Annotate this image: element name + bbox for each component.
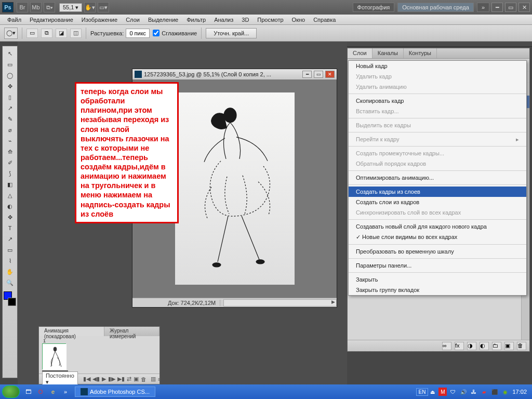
menu-редактирование[interactable]: Редактирование	[25, 16, 77, 24]
tool-15[interactable]: ✥	[4, 212, 16, 222]
bridge-icon[interactable]: Br	[17, 2, 28, 12]
tool-13[interactable]: △	[4, 190, 16, 201]
antialias-checkbox[interactable]	[153, 30, 159, 36]
tool-4[interactable]: ▯	[4, 92, 16, 102]
tool-3[interactable]: ✥	[4, 81, 16, 91]
tool-6[interactable]: ✎	[4, 114, 16, 124]
delete-layer-icon[interactable]: 🗑	[517, 342, 526, 350]
tray-m-icon[interactable]: M	[438, 388, 447, 396]
tool-0[interactable]: ↖	[4, 48, 16, 59]
tray-volume-icon[interactable]: 🔊	[459, 388, 468, 396]
zoom-level[interactable]: 55,1 ▾	[59, 3, 82, 12]
workspace-more-icon[interactable]: »	[477, 3, 489, 12]
menu-item[interactable]: Параметры панели...	[349, 260, 526, 271]
minibridge-icon[interactable]: Mb	[30, 2, 42, 12]
tool-16[interactable]: T	[4, 223, 16, 233]
first-frame-icon[interactable]: ▮◀	[83, 376, 90, 383]
document-titlebar[interactable]: 1257239365_53.jpg @ 55,1% (Слой 0 копия …	[132, 69, 337, 79]
menu-3d[interactable]: 3D	[237, 16, 253, 24]
tool-18[interactable]: ▭	[4, 245, 16, 255]
background-swatch[interactable]	[8, 298, 16, 306]
next-frame-icon[interactable]: ▮▶	[108, 376, 115, 383]
menu-item[interactable]: Скопировать кадр	[349, 96, 526, 106]
tool-2[interactable]: ◯	[4, 70, 16, 81]
start-button[interactable]	[2, 385, 20, 398]
maximize-icon[interactable]: ▭	[505, 3, 516, 12]
active-tool-icon[interactable]: ◯▾	[4, 28, 18, 39]
menu-item[interactable]: Оптимизировать анимацию...	[349, 172, 526, 183]
doc-info[interactable]: Док: 724,2К/2,12М	[164, 300, 220, 306]
ql-chevrons-icon[interactable]: »	[60, 387, 71, 397]
menu-фильтр[interactable]: Фильтр	[182, 16, 210, 24]
color-swatches[interactable]	[4, 291, 16, 306]
tab-channels[interactable]: Каналы	[373, 48, 404, 58]
animation-frame[interactable]: 1 0 сек. ▾	[42, 338, 68, 377]
doc-hscrollbar[interactable]	[223, 299, 337, 307]
layer-fx-icon[interactable]: fx	[455, 342, 464, 350]
menu-item[interactable]: Создать кадры из слоев	[349, 187, 526, 197]
menu-изображение[interactable]: Изображение	[77, 16, 122, 24]
workspace-essentials[interactable]: Основная рабочая среда	[397, 3, 474, 12]
menu-слои[interactable]: Слои	[122, 16, 144, 24]
menu-справка[interactable]: Справка	[309, 16, 340, 24]
tab-layers[interactable]: Слои	[348, 48, 373, 58]
tool-1[interactable]: ▭	[4, 59, 16, 70]
adjustment-layer-icon[interactable]: ◐	[480, 342, 489, 350]
sel-sub-icon[interactable]: ◪	[56, 29, 67, 38]
menu-item[interactable]: Преобразовать во временную шкалу	[349, 246, 526, 257]
refine-edge-button[interactable]: Уточн. край...	[206, 28, 257, 38]
new-frame-icon[interactable]: ▣	[134, 376, 139, 383]
ql-ie-icon[interactable]: e	[48, 387, 58, 397]
tool-10[interactable]: ✐	[4, 157, 16, 168]
panel-menu-icon[interactable]: ≡	[158, 376, 161, 383]
menu-item[interactable]: Закрыть	[349, 274, 526, 285]
hand-icon[interactable]: ✋▾	[84, 2, 96, 12]
tool-7[interactable]: ⌀	[4, 125, 16, 135]
antialias-field[interactable]: Сглаживание	[153, 30, 197, 36]
screenmode-icon[interactable]: ▭▾	[98, 2, 109, 12]
tool-21[interactable]: 🔍	[4, 277, 16, 288]
clock[interactable]: 17:02	[509, 389, 530, 395]
prev-frame-icon[interactable]: ◀▮	[92, 376, 100, 383]
close-icon[interactable]: ✕	[518, 3, 530, 12]
ql-desktop-icon[interactable]: 🗔	[23, 387, 33, 397]
minimize-icon[interactable]: ━	[491, 3, 503, 12]
tween-icon[interactable]: ⇄	[127, 376, 131, 383]
tray-network-icon[interactable]: 🖧	[470, 388, 478, 396]
menu-выделение[interactable]: Выделение	[144, 16, 182, 24]
tray-safely-remove-icon[interactable]: ⏏	[428, 388, 436, 396]
doc-maximize-icon[interactable]: ▭	[314, 71, 323, 78]
convert-timeline-icon[interactable]: ▥	[151, 376, 156, 383]
tool-14[interactable]: ◐	[4, 201, 16, 211]
sel-int-icon[interactable]: ◫	[70, 29, 82, 38]
tray-gpu-icon[interactable]: ⬛	[490, 388, 499, 396]
menu-окно[interactable]: Окно	[288, 16, 310, 24]
feather-input[interactable]	[126, 29, 150, 38]
language-indicator[interactable]: EN	[416, 388, 429, 396]
task-photoshop[interactable]: Adobe Photoshop CS...	[75, 387, 155, 397]
menu-item[interactable]: Создавать новый слой для каждого нового …	[349, 221, 526, 232]
tool-9[interactable]: ⟰	[4, 147, 16, 157]
tab-animation[interactable]: Анимация (покадровая)	[39, 327, 104, 336]
menu-анализ[interactable]: Анализ	[210, 16, 237, 24]
play-icon[interactable]: ▶	[102, 376, 106, 383]
menu-файл[interactable]: Файл	[3, 16, 25, 24]
new-layer-icon[interactable]: ▣	[504, 342, 514, 350]
tab-paths[interactable]: Контуры	[404, 48, 437, 58]
menu-просмотр[interactable]: Просмотр	[253, 16, 287, 24]
layer-group-icon[interactable]: 🗀	[492, 342, 501, 350]
tool-5[interactable]: ↗	[4, 103, 16, 113]
tool-8[interactable]: ⌁	[4, 136, 16, 146]
tool-19[interactable]: ⌇	[4, 256, 16, 266]
tray-avira-icon[interactable]: ▰	[480, 388, 488, 396]
tray-shield-icon[interactable]: 🛡	[449, 388, 457, 396]
arrange-icon[interactable]: ⧉▾	[44, 2, 55, 12]
tool-20[interactable]: ✋	[4, 267, 16, 277]
tool-11[interactable]: ⟆	[4, 168, 16, 179]
sel-add-icon[interactable]: ⧉	[41, 29, 52, 38]
tool-12[interactable]: ◧	[4, 179, 16, 190]
frame-thumb[interactable]	[42, 343, 66, 369]
tab-measurement-log[interactable]: Журнал измерений	[104, 327, 159, 336]
delete-frame-icon[interactable]: 🗑	[141, 376, 147, 383]
sel-new-icon[interactable]: ▭	[26, 29, 38, 38]
